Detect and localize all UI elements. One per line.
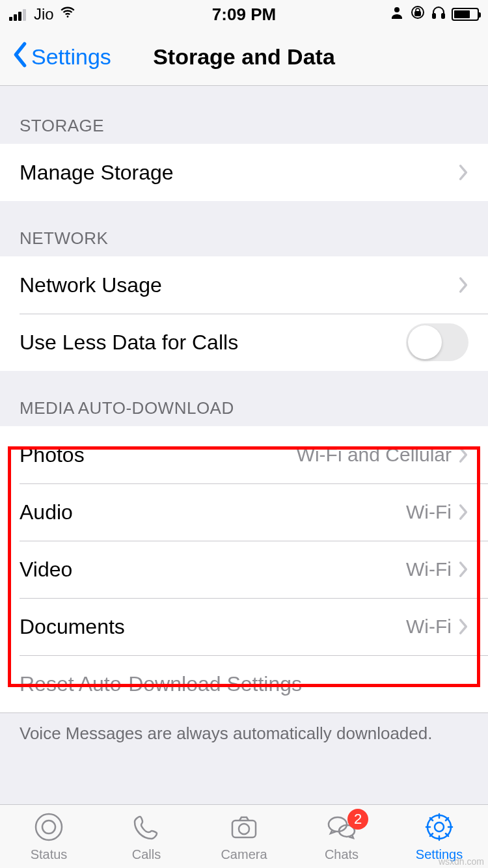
row-reset-auto-download[interactable]: Reset Auto-Download Settings (0, 655, 488, 712)
tab-label: Status (31, 847, 68, 862)
badge-chats: 2 (347, 809, 368, 830)
camera-icon (228, 811, 260, 846)
battery-icon (452, 8, 479, 21)
chevron-right-icon (458, 618, 468, 635)
chevron-right-icon (458, 504, 468, 521)
watermark: wsxdh.com (439, 856, 484, 867)
row-documents[interactable]: Documents Wi-Fi (0, 598, 488, 655)
tab-label: Chats (325, 847, 359, 862)
tab-calls[interactable]: Calls (98, 805, 195, 868)
row-label: Video (20, 558, 406, 582)
back-label: Settings (31, 44, 111, 70)
row-value: Wi-Fi (406, 616, 452, 638)
svg-point-10 (329, 817, 347, 832)
row-photos[interactable]: Photos Wi-Fi and Cellular (0, 426, 488, 483)
section-header-media: MEDIA AUTO-DOWNLOAD (0, 371, 488, 426)
row-use-less-data: Use Less Data for Calls (0, 314, 488, 371)
chevron-right-icon (458, 561, 468, 578)
section-header-network: NETWORK (0, 201, 488, 256)
chevron-right-icon (458, 277, 468, 293)
tab-label: Calls (132, 847, 161, 862)
orientation-lock-icon (410, 5, 426, 24)
row-network-usage[interactable]: Network Usage (0, 256, 488, 314)
svg-point-6 (36, 814, 62, 840)
row-label: Photos (20, 443, 297, 467)
row-manage-storage[interactable]: Manage Storage (0, 144, 488, 201)
tab-status[interactable]: Status (0, 805, 98, 868)
toggle-knob (408, 325, 442, 359)
row-label: Audio (20, 500, 406, 524)
signal-bars-icon (9, 8, 26, 21)
svg-point-13 (427, 815, 451, 839)
row-label: Manage Storage (20, 161, 458, 185)
tab-label: Camera (221, 847, 267, 862)
status-bar: Jio 7:09 PM (0, 0, 488, 29)
tab-camera[interactable]: Camera (195, 805, 293, 868)
status-left: Jio (9, 4, 76, 25)
nav-bar: Settings Storage and Data (0, 29, 488, 86)
svg-rect-4 (433, 14, 435, 18)
back-button[interactable]: Settings (12, 42, 111, 73)
toggle-use-less-data[interactable] (406, 323, 468, 361)
section-footer-media: Voice Messages are always automatically … (0, 712, 488, 763)
row-value: Wi-Fi and Cellular (297, 444, 452, 466)
tab-chats[interactable]: 2 Chats (293, 805, 390, 868)
svg-point-9 (239, 824, 249, 834)
row-label: Network Usage (20, 273, 458, 297)
row-audio[interactable]: Audio Wi-Fi (0, 483, 488, 541)
status-icon (33, 811, 64, 846)
group-network: Network Usage Use Less Data for Calls (0, 256, 488, 371)
chevron-right-icon (458, 446, 468, 463)
wifi-icon (59, 4, 76, 25)
svg-point-7 (42, 821, 55, 834)
chevron-left-icon (12, 42, 29, 73)
svg-point-0 (66, 16, 68, 18)
carrier-label: Jio (34, 5, 54, 23)
phone-icon (131, 811, 162, 846)
status-time: 7:09 PM (212, 5, 276, 25)
row-value: Wi-Fi (406, 558, 452, 580)
person-icon (389, 5, 405, 24)
svg-point-1 (394, 7, 400, 12)
chevron-right-icon (458, 164, 468, 181)
page-title: Storage and Data (153, 44, 335, 70)
row-value: Wi-Fi (406, 501, 452, 523)
svg-rect-5 (442, 14, 444, 18)
group-storage: Manage Storage (0, 144, 488, 201)
row-video[interactable]: Video Wi-Fi (0, 541, 488, 598)
row-label: Documents (20, 615, 406, 639)
row-label: Reset Auto-Download Settings (20, 672, 468, 696)
gear-icon (424, 811, 455, 846)
svg-rect-3 (415, 12, 420, 16)
tab-bar: Status Calls Camera 2 Chats Settings (0, 804, 488, 868)
status-right (389, 5, 479, 24)
headphones-icon (431, 5, 446, 24)
group-media-auto-download: Photos Wi-Fi and Cellular Audio Wi-Fi Vi… (0, 426, 488, 712)
row-label: Use Less Data for Calls (20, 331, 406, 355)
svg-point-12 (435, 822, 444, 832)
section-header-storage: STORAGE (0, 86, 488, 144)
